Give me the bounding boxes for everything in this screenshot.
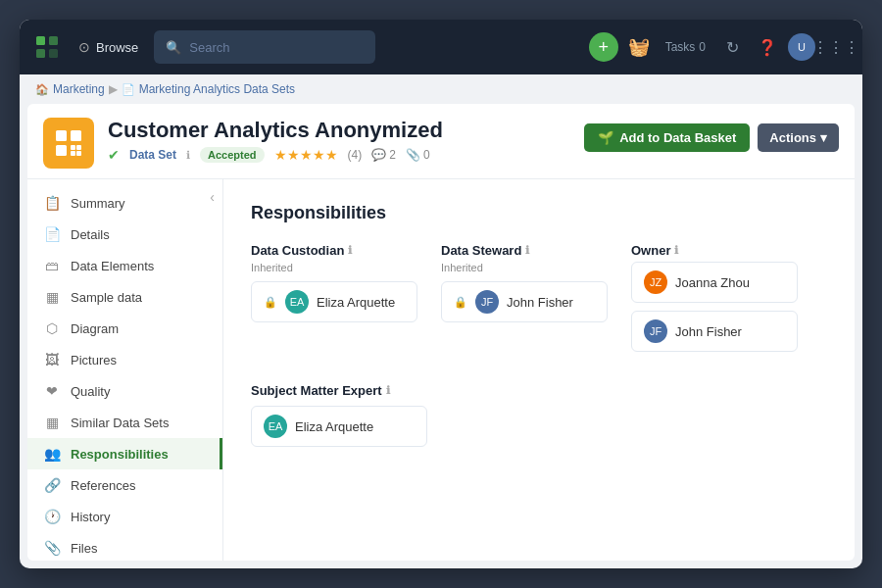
details-icon: 📄 [43,226,61,242]
owner-person-card-2: JF John Fisher [631,311,798,352]
search-bar[interactable]: 🔍 Search [154,30,375,64]
sidebar-item-similar-data-sets[interactable]: ▦ Similar Data Sets [27,407,222,438]
custodian-lock-icon: 🔒 [264,296,277,309]
custodian-person-card: 🔒 EA Eliza Arquette [251,281,417,322]
browse-label: Browse [96,40,138,55]
rating-count: (4) [348,148,363,162]
home-icon: 🏠 [35,83,49,96]
breadcrumb-page-icon: 📄 [122,83,135,96]
nav-actions: + 🧺 Tasks 0 ↻ ❓ U ⋮⋮⋮ [589,32,851,62]
search-placeholder: Search [189,40,229,55]
svg-rect-7 [71,145,75,150]
svg-rect-1 [49,36,58,45]
add-button[interactable]: + [589,32,618,62]
data-steward-title: Data Steward ℹ [441,243,608,258]
svg-rect-10 [76,151,81,156]
sidebar-label-pictures: Pictures [71,353,117,368]
references-icon: 🔗 [43,477,61,493]
main-panel: Responsibilities Data Custodian ℹ Inheri… [223,179,855,561]
check-icon: ✔ [108,147,120,163]
svg-rect-9 [71,151,75,156]
summary-icon: 📋 [43,195,61,211]
sidebar-item-diagram[interactable]: ⬡ Diagram [27,313,222,344]
steward-inherited: Inherited [441,262,608,273]
owner-title: Owner ℹ [631,243,798,258]
sidebar-label-files: Files [71,541,97,556]
svg-rect-0 [36,36,45,45]
breadcrumb-current[interactable]: Marketing Analytics Data Sets [139,82,295,96]
browse-button[interactable]: ⊙ Browse [71,35,146,59]
svg-rect-5 [71,130,81,141]
owner-info-icon[interactable]: ℹ [674,244,678,257]
sidebar-item-data-elements[interactable]: 🗃 Data Elements [27,250,222,281]
owner-name-2: John Fisher [675,324,742,339]
sidebar-item-quality[interactable]: ❤ Quality [27,375,222,407]
sidebar-label-responsibilities: Responsibilities [71,447,169,462]
tasks-count: 0 [699,40,706,54]
svg-rect-6 [56,145,67,156]
sidebar-item-references[interactable]: 🔗 References [27,469,222,501]
custodian-info-icon[interactable]: ℹ [348,244,352,257]
sidebar-label-sample-data: Sample data [71,290,142,305]
responsibilities-icon: 👥 [43,446,61,462]
sidebar-label-diagram: Diagram [71,321,119,336]
breadcrumb-marketing[interactable]: Marketing [53,82,105,96]
breadcrumb-sep: ▶ [109,82,118,96]
main-area: Customer Analytics Anonymized ✔ Data Set… [27,104,855,561]
actions-button[interactable]: Actions ▾ [758,123,839,152]
section-title: Responsibilities [251,203,827,223]
sme-person-card: EA Eliza Arquette [251,406,427,447]
sidebar: ‹ 📋 Summary 📄 Details 🗃 Data Elements ▦ … [27,179,223,561]
sidebar-label-history: History [71,510,110,524]
actions-chevron: ▾ [820,130,827,145]
add-to-basket-button[interactable]: 🌱 Add to Data Basket [584,123,750,152]
refresh-button[interactable]: ↻ [717,32,747,62]
steward-person-card: 🔒 JF John Fisher [441,281,608,322]
history-icon: 🕐 [43,509,61,524]
sidebar-label-references: References [71,478,135,493]
collapse-button[interactable]: ‹ [210,189,215,205]
sidebar-item-summary[interactable]: 📋 Summary [27,187,222,219]
data-custodian-title: Data Custodian ℹ [251,243,417,258]
apps-button[interactable]: ⋮⋮⋮ [821,32,851,62]
basket-button[interactable]: 🧺 [624,32,654,62]
sidebar-label-details: Details [71,227,110,242]
attachments-count: 📎 0 [406,148,430,162]
custodian-name: Eliza Arquette [317,295,395,310]
tasks-button[interactable]: Tasks 0 [660,36,711,58]
dataset-info-icon[interactable]: ℹ [186,149,190,162]
sidebar-label-summary: Summary [71,196,125,211]
sidebar-label-similar: Similar Data Sets [71,416,169,430]
owner-col: Owner ℹ JZ Joanna Zhou JF John Fisher [631,243,798,360]
sidebar-item-responsibilities[interactable]: 👥 Responsibilities [27,438,222,469]
sidebar-item-sample-data[interactable]: ▦ Sample data [27,281,222,313]
sidebar-item-files[interactable]: 📎 Files [27,532,222,561]
comments-count: 💬 2 [371,148,396,162]
stars-rating: ★★★★★ [274,147,338,163]
accepted-badge: Accepted [200,147,265,163]
help-button[interactable]: ❓ [753,32,782,62]
top-navigation: ⊙ Browse 🔍 Search + 🧺 Tasks 0 ↻ ❓ U ⋮⋮⋮ [20,20,862,74]
steward-info-icon[interactable]: ℹ [525,244,529,257]
sidebar-item-details[interactable]: 📄 Details [27,219,222,250]
owner-name-1: Joanna Zhou [675,275,750,290]
sme-avatar: EA [264,415,287,438]
sme-name: Eliza Arquette [295,419,373,434]
add-basket-label: Add to Data Basket [619,130,736,145]
custodian-avatar: EA [285,290,309,314]
attachments-icon: 📎 [406,148,420,162]
sme-info-icon[interactable]: ℹ [386,384,390,397]
steward-lock-icon: 🔒 [454,296,467,309]
user-avatar[interactable]: U [788,33,815,61]
data-steward-col: Data Steward ℹ Inherited 🔒 JF John Fishe… [441,243,608,360]
circle-icon: ⊙ [78,39,90,55]
dataset-label[interactable]: Data Set [129,148,176,162]
sidebar-item-history[interactable]: 🕐 History [27,501,222,532]
sample-data-icon: ▦ [43,289,61,305]
sidebar-item-pictures[interactable]: 🖼 Pictures [27,344,222,375]
asset-title: Customer Analytics Anonymized [108,118,570,143]
data-elements-icon: 🗃 [43,258,61,273]
sme-title: Subject Matter Expert ℹ [251,383,827,398]
responsibilities-grid: Data Custodian ℹ Inherited 🔒 EA Eliza Ar… [251,243,827,360]
svg-rect-2 [36,49,45,58]
